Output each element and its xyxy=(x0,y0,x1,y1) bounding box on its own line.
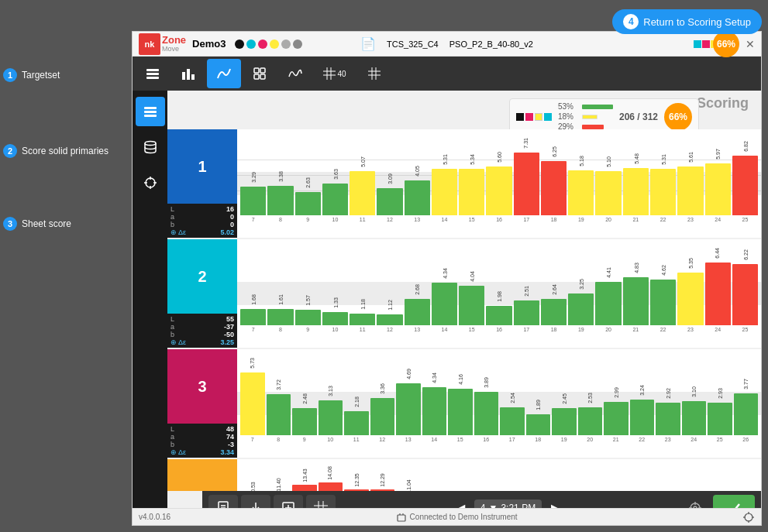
channel-row-2: 2 L55 a-37 b-50 ⊕ Δε3.25 1.6871.6181 xyxy=(167,239,761,348)
score-percent-bars: 53% 18% 29% xyxy=(558,102,613,131)
bar-col: 3.8916 xyxy=(474,355,499,442)
channel-row-1: 1 L16 a0 b0 ⊕ Δε5.02 xyxy=(167,129,761,238)
channel-color-2: 2 xyxy=(167,239,237,314)
bar-col: 12.3511 xyxy=(344,465,369,491)
bar-col: 6.2518 xyxy=(541,136,567,222)
sidebar-crosshair[interactable] xyxy=(136,168,165,197)
main-window: nk Zone Move Demo3 📄 TCS_325_C4 xyxy=(132,31,762,526)
svg-rect-3 xyxy=(182,72,185,80)
logo: nk Zone Move xyxy=(139,33,186,55)
color-black xyxy=(235,39,244,49)
sidebar-layers[interactable] xyxy=(136,97,165,126)
bar-col: 1.3310 xyxy=(322,245,348,332)
bar-col: 2.4519 xyxy=(552,355,577,442)
bar-col: 2.5417 xyxy=(500,355,525,442)
bar-col: 7.3525 xyxy=(708,465,732,491)
bar-col: 1.9816 xyxy=(486,245,511,332)
status-connected: Connected to Demo Instrument xyxy=(396,512,518,523)
bar-col: 1.1212 xyxy=(377,245,402,332)
close-button[interactable]: ✕ xyxy=(746,38,755,50)
label-num-1: 1 xyxy=(3,68,17,82)
bar-col: 13.439 xyxy=(292,465,317,491)
bar-col: 1.687 xyxy=(240,245,266,332)
label-score-solid: 2 Score solid primaries xyxy=(3,144,133,158)
bar-col: 5.737 xyxy=(240,355,265,442)
pso-label: PSO_P2_B_40-80_v2 xyxy=(449,39,533,49)
bar-col: 2.9223 xyxy=(656,355,680,442)
scoring-title: Scoring xyxy=(697,95,749,112)
title-center: 📄 TCS_325_C4 PSO_P2_B_40-80_v2 xyxy=(360,36,533,51)
sidebar-database[interactable] xyxy=(136,132,165,162)
channel-label-4: 4 L93 a-5 b101 ⊕ Δε8.81 xyxy=(167,459,237,491)
bar-col: 3.7726 xyxy=(734,355,759,442)
toolbar-bar-chart[interactable] xyxy=(171,59,205,88)
bar-col: 6.7623 xyxy=(656,465,680,491)
svg-point-48 xyxy=(745,513,753,521)
bar-col: 7.3117 xyxy=(514,136,539,222)
bar-col: 1.579 xyxy=(295,245,321,332)
channel-stats-1: L16 a0 b0 ⊕ Δε5.02 xyxy=(167,204,237,238)
bar-col: 14.0810 xyxy=(319,465,343,491)
label-text-sheet-score: Sheet score xyxy=(22,218,71,229)
svg-rect-7 xyxy=(260,68,265,73)
bar-col: 2.1811 xyxy=(344,355,369,442)
content-area: Scoring 53% xyxy=(133,91,761,525)
cmyk-m xyxy=(702,40,710,48)
bar-col: 2.5117 xyxy=(514,245,539,332)
bar-col: 3.3612 xyxy=(370,355,395,442)
toolbar-grid[interactable] xyxy=(357,59,391,88)
bar-col: 4.4120 xyxy=(595,245,621,332)
toolbar-settings[interactable] xyxy=(243,59,277,88)
logo-move: Move xyxy=(162,45,186,53)
svg-rect-45 xyxy=(398,515,405,521)
bar-col: 3.1024 xyxy=(682,355,707,442)
channel-label-1: 1 L16 a0 b0 ⊕ Δε5.02 xyxy=(167,129,237,238)
connection-status: Connected to Demo Instrument xyxy=(410,513,518,521)
toolbar-wave[interactable] xyxy=(278,59,312,88)
svg-rect-1 xyxy=(146,73,159,75)
bar-col: 2.6813 xyxy=(405,245,430,332)
bar-col: 2.6418 xyxy=(541,245,567,332)
color-magenta xyxy=(258,39,267,49)
file-icon[interactable]: 📄 xyxy=(360,36,376,51)
channel-color-3: 3 xyxy=(167,349,237,424)
channel-label-3: 3 L48 a74 b-3 ⊕ Δε3.34 xyxy=(167,349,237,458)
return-to-scoring-button[interactable]: 4 Return to Scoring Setup xyxy=(612,9,762,34)
label-text-score-solid: Score solid primaries xyxy=(22,146,108,156)
bar-col: 7.3626 xyxy=(734,465,759,491)
channel-row-3: 3 L48 a74 b-3 ⊕ Δε3.34 5.7373.7282.4 xyxy=(167,349,761,458)
bars-2: 1.6871.6181.5791.33101.18111.12122.68134… xyxy=(240,245,758,332)
title-score-badge: 66% xyxy=(713,31,739,57)
bar-col: 4.0513 xyxy=(405,136,430,222)
bars-1: 3.2973.3882.6393.63105.07113.09124.05135… xyxy=(240,136,758,222)
bar-col: 6.8119 xyxy=(552,465,577,491)
title-bar: nk Zone Move Demo3 📄 TCS_325_C4 xyxy=(133,32,761,57)
tcs-label: TCS_325_C4 xyxy=(387,39,439,49)
bar-col: 4.6222 xyxy=(650,245,676,332)
svg-rect-8 xyxy=(254,74,259,79)
bar-col: 12.2912 xyxy=(370,465,395,491)
status-bar: v4.0.0.16 Connected to Demo Instrument xyxy=(133,508,761,525)
channel-color-1: 1 xyxy=(167,129,237,204)
toolbar: 40 xyxy=(133,57,761,91)
bar-col: 3.2519 xyxy=(568,245,594,332)
bar-col: 8.2914 xyxy=(422,465,447,491)
channel-stats-2: L55 a-37 b-50 ⊕ Δε3.25 xyxy=(167,314,237,348)
bar-chart-3: 5.7373.7282.4893.13102.18113.36124.69134… xyxy=(237,349,761,458)
bar-col: 4.6913 xyxy=(396,355,421,442)
bar-col: 2.5320 xyxy=(578,355,603,442)
toolbar-profile[interactable] xyxy=(207,59,241,88)
bar-col: 5.0711 xyxy=(350,136,375,222)
bar-col: 3.6310 xyxy=(322,136,348,222)
bar-col: 6.2225 xyxy=(732,245,758,332)
toolbar-targetset[interactable] xyxy=(136,59,170,88)
svg-rect-20 xyxy=(144,115,157,117)
bar-chart-1: 3.2973.3882.6393.63105.07113.09124.05135… xyxy=(237,129,761,238)
bar-col: 5.1020 xyxy=(595,136,621,222)
toolbar-grid-40[interactable]: 40 xyxy=(314,59,356,88)
color-yellow xyxy=(270,39,279,49)
bar-col: 10.537 xyxy=(240,465,265,491)
bar-col: 5.1320 xyxy=(578,465,603,491)
svg-rect-5 xyxy=(191,74,195,80)
bar-col: 5.1819 xyxy=(568,136,594,222)
